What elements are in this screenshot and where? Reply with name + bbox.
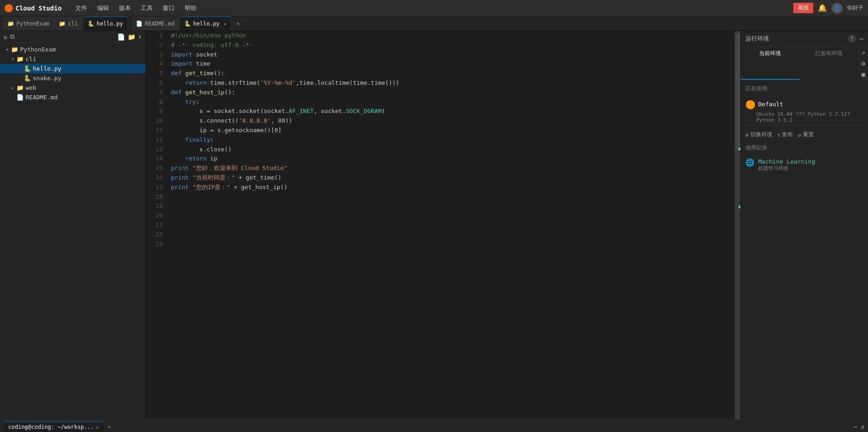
- code-line-13: s.connect(('8.8.8.8', 80)): [171, 116, 730, 126]
- line-num-13: 13: [150, 145, 163, 154]
- menu-window[interactable]: 窗口: [158, 2, 179, 14]
- code-line-18: return ip: [171, 154, 730, 164]
- app-title: Cloud Studio: [16, 5, 62, 12]
- upload-icon[interactable]: ⬆: [138, 33, 142, 41]
- tree-item-readme[interactable]: 📄 README.md: [0, 93, 145, 102]
- code-line-5: import time: [171, 59, 730, 69]
- line-num-4: 4: [150, 59, 163, 69]
- folder-icon-cli: 📁: [16, 56, 24, 62]
- expand-arrow-cli: ▾: [9, 57, 16, 62]
- right-panel-title: 运行环境: [745, 35, 769, 43]
- tab-published-env[interactable]: 已发布环境: [800, 47, 858, 80]
- readme-icon: 📄: [136, 21, 143, 27]
- usage-ml-item: 🌐 Machine Learning 机器学习环境: [745, 155, 863, 175]
- publish-button[interactable]: ↑ 发布: [777, 131, 793, 139]
- code-line-22: print "您的IP是：" + get_host_ip(): [171, 183, 730, 192]
- code-line-2: # -*- coding: utf-8 -*-: [171, 41, 730, 50]
- help-icon[interactable]: ?: [848, 35, 856, 43]
- right-panel-header: 运行环境 ? ⋯: [741, 31, 868, 47]
- code-line-15: finally:: [171, 135, 730, 145]
- ml-desc: 机器学习环境: [758, 165, 815, 172]
- tree-item-pythonexam[interactable]: ▾ 📁 PythonExam: [0, 45, 145, 54]
- line-num-21: 21: [150, 221, 163, 230]
- line-num-1: 1: [150, 31, 163, 41]
- tab-close-icon[interactable]: ✕: [224, 21, 227, 26]
- env-in-use-label: 正在使用: [745, 85, 863, 93]
- external-link-icon[interactable]: ↗: [862, 49, 865, 56]
- menu-tools[interactable]: 工具: [136, 2, 157, 14]
- code-line-11: try:: [171, 98, 730, 107]
- menu-help[interactable]: 帮助: [180, 2, 201, 14]
- ml-icon: 🌐: [745, 158, 754, 167]
- code-line-7: def get_time():: [171, 69, 730, 78]
- layout-icon[interactable]: ▣: [862, 71, 865, 78]
- breadcrumb-pythonexam[interactable]: 📁 PythonExam: [3, 16, 54, 31]
- tree-item-web[interactable]: ▸ 📁 web: [0, 83, 145, 93]
- tab-add-button[interactable]: ＋: [232, 20, 245, 28]
- titlebar-right: 离线 🔔 👤 你好子: [793, 3, 863, 14]
- new-folder-icon[interactable]: 📁: [128, 33, 135, 41]
- tree-item-hello-py[interactable]: 🐍 hello.py: [0, 64, 145, 73]
- line-num-23: 23: [150, 240, 163, 249]
- line-num-18: 18: [150, 192, 163, 202]
- folder-icon-pythonexam: 📁: [11, 46, 18, 53]
- terminal-area: coding@coding: ~/worksp... ✕ ＋ ⋯ ∧ → wor…: [0, 419, 868, 432]
- sidebar: ↻ ⧉ 📄 📁 ⬆ ▾ 📁 PythonExam ▾ 📁 cli: [0, 31, 146, 419]
- terminal-more-icon[interactable]: ⋯: [853, 423, 857, 430]
- menu-file[interactable]: 文件: [71, 2, 92, 14]
- py-file-icon-snake: 🐍: [24, 75, 31, 82]
- user-avatar[interactable]: 👤: [832, 3, 842, 14]
- offline-status[interactable]: 离线: [793, 3, 813, 13]
- more-options-icon[interactable]: ⋯: [860, 35, 863, 42]
- settings-icon-panel[interactable]: ⚙: [862, 60, 865, 67]
- tree-item-snake-py[interactable]: 🐍 snake.py: [0, 73, 145, 83]
- titlebar: Cloud Studio 文件 编辑 版本 工具 窗口 帮助 离线 🔔 👤 你好…: [0, 0, 868, 16]
- line-num-9: 9: [150, 107, 163, 116]
- code-line-21: print "当前时间是：" + get_time(): [171, 173, 730, 183]
- new-file-icon[interactable]: 📄: [117, 33, 125, 41]
- py-file-icon-hello: 🐍: [24, 65, 31, 72]
- tab-current-env[interactable]: 当前环境: [741, 47, 800, 80]
- env-default-item: 🟠 Default Ubuntu 16.04 ??? Python 2.7.12…: [745, 96, 863, 126]
- code-editor[interactable]: #!/usr/bin/env python # -*- coding: utf-…: [166, 31, 735, 419]
- breadcrumb-file[interactable]: 🐍 hello.py: [83, 16, 128, 31]
- editor-minimap: [735, 31, 740, 419]
- menu-version[interactable]: 版本: [114, 2, 135, 14]
- file-icon-py-breadcrumb: 🐍: [88, 21, 94, 27]
- logo-icon: [5, 4, 13, 12]
- refresh-icon[interactable]: ↻: [4, 33, 7, 41]
- expand-arrow-pythonexam: ▾: [4, 47, 11, 52]
- tree-item-cli[interactable]: ▾ 📁 cli: [0, 54, 145, 64]
- terminal-add-button[interactable]: ＋: [106, 423, 112, 431]
- breadcrumb-cli[interactable]: 📁 cli: [54, 16, 83, 31]
- code-line-12: s = socket.socket(socket.AF_INET, socket…: [171, 107, 730, 116]
- usage-section: 使用记录 🌐 Machine Learning 机器学习环境: [745, 144, 863, 175]
- code-line-14: ip = s.getsockname()[0]: [171, 126, 730, 135]
- code-line-4: import socket: [171, 50, 730, 60]
- ml-name[interactable]: Machine Learning: [758, 158, 815, 165]
- py-icon: 🐍: [184, 21, 191, 27]
- notification-icon[interactable]: 🔔: [818, 4, 827, 12]
- reset-button[interactable]: ↺ 重置: [797, 131, 813, 139]
- terminal-close-icon[interactable]: ✕: [96, 425, 99, 430]
- menu-edit[interactable]: 编辑: [93, 2, 114, 14]
- line-num-12: 12: [150, 135, 163, 145]
- editor-content: 1 2 3 4 5 6 7 8 9 10 11 12 13 14 15 16 1…: [146, 31, 740, 419]
- code-line-20: print "您好，欢迎来到 Cloud Studio": [171, 164, 730, 173]
- terminal-tab-main[interactable]: coding@coding: ~/worksp... ✕: [4, 422, 103, 432]
- line-num-7: 7: [150, 88, 163, 98]
- sidebar-toolbar: ↻ ⧉ 📄 📁 ⬆: [0, 31, 145, 43]
- editor-area: 1 2 3 4 5 6 7 8 9 10 11 12 13 14 15 16 1…: [146, 31, 740, 419]
- tab-readme[interactable]: 📄 README.md: [131, 16, 180, 31]
- switch-env-button[interactable]: ⇄ 切换环境: [745, 131, 772, 139]
- app-logo: Cloud Studio: [5, 4, 62, 12]
- right-panel-tabs: 当前环境 已发布环境 ↗ ⚙ ▣: [741, 47, 868, 80]
- terminal-tabbar: coding@coding: ~/worksp... ✕ ＋ ⋯ ∧: [0, 420, 868, 432]
- ubuntu-icon: 🟠: [745, 100, 755, 109]
- env-actions: ⇄ 切换环境 ↑ 发布 ↺ 重置: [745, 131, 863, 139]
- terminal-right-controls: ⋯ ∧: [853, 423, 864, 430]
- code-line-1: #!/usr/bin/env python: [171, 31, 730, 41]
- split-icon[interactable]: ⧉: [10, 33, 15, 41]
- terminal-expand-icon[interactable]: ∧: [861, 423, 864, 430]
- tab-hello-py[interactable]: 🐍 hello.py ✕: [180, 16, 232, 31]
